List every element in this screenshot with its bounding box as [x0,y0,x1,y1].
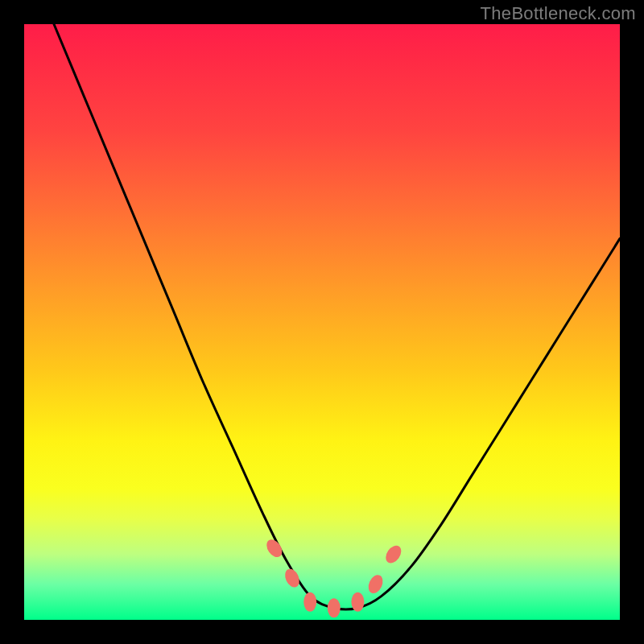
trough-markers [263,537,404,617]
curve-layer [24,24,620,620]
trough-marker [328,598,341,617]
trough-marker [263,537,285,560]
trough-marker [365,572,386,596]
bottleneck-curve [54,24,620,609]
trough-marker [283,567,303,590]
trough-marker [382,543,404,566]
watermark-text: TheBottleneck.com [481,3,636,24]
plot-area [24,24,620,620]
trough-marker [303,592,316,612]
trough-marker [351,592,364,612]
